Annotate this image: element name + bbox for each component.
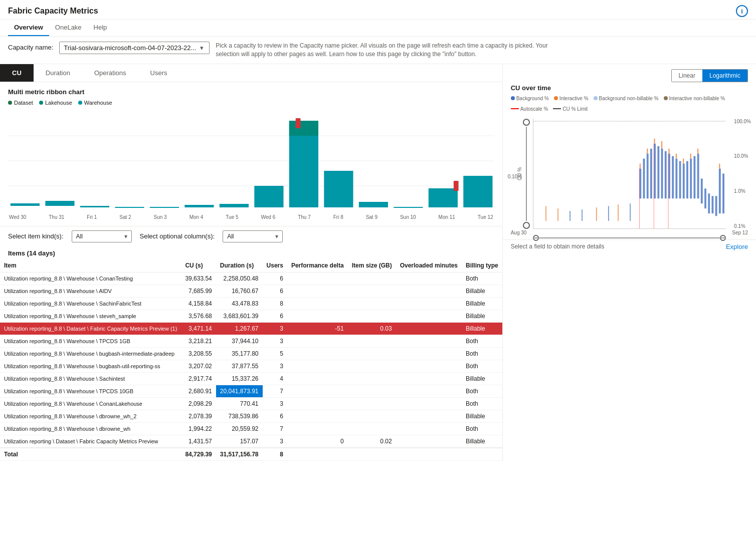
svg-rect-34: [686, 161, 688, 198]
item-size-cell: [348, 397, 396, 410]
svg-rect-53: [697, 148, 698, 153]
table-row[interactable]: Utilization reporting_8.8 \ Warehouse \ …: [0, 422, 502, 435]
svg-rect-50: [676, 153, 677, 158]
svg-rect-14: [359, 202, 388, 207]
item-name-cell: Utilization reporting_8.8 \ Warehouse \ …: [0, 310, 181, 322]
svg-rect-48: [661, 141, 662, 148]
table-row[interactable]: Utilization reporting_8.8 \ Warehouse \ …: [0, 385, 502, 397]
col-billing: Billing type: [462, 259, 502, 273]
svg-rect-49: [668, 148, 669, 153]
legend-autoscale: Autoscale %: [511, 106, 548, 112]
legend-bg-nonbillable: Background non-billable %: [594, 96, 659, 101]
table-row[interactable]: Utilization reporting \ Dataset \ Fabric…: [0, 435, 502, 448]
table-row[interactable]: Utilization reporting_8.8 \ Warehouse \ …: [0, 335, 502, 347]
item-size-cell: [348, 347, 396, 360]
legend-int-nonbillable-dot: [664, 96, 668, 100]
duration-cell: 157.07: [216, 435, 263, 448]
col-item: Item: [0, 259, 181, 273]
cu-chart-title: CU over time: [503, 82, 756, 96]
svg-rect-8: [184, 205, 214, 207]
item-kind-dropdown[interactable]: All ▾: [72, 230, 132, 242]
svg-rect-56: [557, 208, 558, 221]
overloaded-cell: [396, 435, 462, 448]
duration-cell: 37,944.10: [216, 335, 263, 347]
table-row[interactable]: Utilization reporting_8.8 \ Warehouse \ …: [0, 410, 502, 422]
legend-autoscale-line: [511, 108, 519, 109]
table-row[interactable]: Utilization reporting_8.8 \ Warehouse \ …: [0, 285, 502, 297]
svg-rect-46: [647, 148, 648, 153]
capacity-label: Capacity name:: [8, 42, 53, 51]
item-name-cell: Utilization reporting_8.8 \ Warehouse \ …: [0, 422, 181, 435]
item-name-cell: Utilization reporting_8.8 \ Warehouse \ …: [0, 347, 181, 360]
tab-users[interactable]: Users: [138, 64, 179, 82]
users-cell: 3: [263, 435, 287, 448]
item-size-cell: [348, 335, 396, 347]
tab-cu[interactable]: CU: [0, 64, 34, 82]
svg-rect-54: [719, 163, 720, 168]
billing-cell: Both: [462, 385, 502, 397]
capacity-dropdown[interactable]: Trial-sosivara-microsoft-com-04-07-2023-…: [59, 42, 210, 54]
overloaded-cell: [396, 360, 462, 372]
item-name-cell: Utilization reporting_8.8 \ Warehouse \ …: [0, 410, 181, 422]
info-icon[interactable]: i: [736, 5, 748, 17]
logarithmic-toggle-btn[interactable]: Logarithmic: [702, 70, 747, 82]
legend-dataset: Dataset: [8, 100, 33, 106]
tab-operations[interactable]: Operations: [82, 64, 138, 82]
item-size-cell: [348, 360, 396, 372]
tab-help[interactable]: Help: [88, 20, 113, 36]
tab-duration[interactable]: Duration: [34, 64, 82, 82]
table-row[interactable]: Utilization reporting_8.8 \ Warehouse \ …: [0, 310, 502, 322]
tab-onelake[interactable]: OneLake: [49, 20, 88, 36]
top-slider-handle[interactable]: [523, 119, 530, 126]
table-row[interactable]: Utilization reporting_8.8 \ Warehouse \ …: [0, 372, 502, 385]
svg-rect-21: [639, 168, 641, 198]
svg-rect-38: [701, 178, 703, 203]
duration-cell: 1,267.67: [216, 322, 263, 335]
col-cu: CU (s): [181, 259, 216, 273]
ribbon-chart-legend: Dataset Lakehouse Warehouse: [8, 100, 494, 106]
perf-delta-cell: [287, 385, 348, 397]
item-name-cell: Utilization reporting_8.8 \ Warehouse \ …: [0, 285, 181, 297]
cu-cell: 39,633.54: [181, 272, 216, 285]
users-cell: 3: [263, 360, 287, 372]
table-row[interactable]: Utilization reporting_8.8 \ Warehouse \ …: [0, 297, 502, 310]
billing-cell: Both: [462, 272, 502, 285]
svg-rect-43: [719, 168, 721, 213]
col-perf: Performance delta: [287, 259, 348, 273]
item-size-cell: [348, 422, 396, 435]
svg-rect-25: [654, 143, 656, 198]
perf-delta-cell: [287, 335, 348, 347]
cu-chart-area: [533, 119, 726, 229]
perf-delta-cell: [287, 272, 348, 285]
optional-col-dropdown[interactable]: All ▾: [223, 230, 283, 242]
table-row[interactable]: Utilization reporting_8.8 \ Warehouse \ …: [0, 272, 502, 285]
svg-rect-47: [654, 138, 655, 143]
users-cell: 6: [263, 285, 287, 297]
table-container[interactable]: Item CU (s) Duration (s) Users Performan…: [0, 259, 502, 461]
billing-cell: Both: [462, 360, 502, 372]
legend-background: Background %: [511, 96, 549, 101]
item-name-cell: Utilization reporting_8.8 \ Warehouse \ …: [0, 372, 181, 385]
table-row[interactable]: Utilization reporting_8.8 \ Warehouse \ …: [0, 360, 502, 372]
table-row[interactable]: Utilization reporting_8.8 \ Warehouse \ …: [0, 347, 502, 360]
table-row[interactable]: Utilization reporting_8.8 \ Warehouse \ …: [0, 397, 502, 410]
x-axis-labels: Wed 30 Thu 31 Fri 1 Sat 2 Sun 3 Mon 4 Tu…: [8, 214, 494, 220]
overloaded-cell: [396, 335, 462, 347]
overloaded-cell: [396, 410, 462, 422]
svg-rect-17: [463, 176, 492, 207]
svg-rect-36: [693, 156, 695, 198]
svg-rect-60: [608, 206, 609, 221]
tab-overview[interactable]: Overview: [8, 20, 49, 36]
item-name-cell: Utilization reporting_8.8 \ Warehouse \ …: [0, 335, 181, 347]
explore-button[interactable]: Explore: [726, 243, 748, 250]
svg-rect-28: [665, 151, 667, 198]
total-cu: 84,729.39: [181, 448, 216, 461]
bottom-slider-handle[interactable]: [523, 222, 530, 229]
capacity-info-text: Pick a capacity to review in the Capacit…: [216, 42, 566, 59]
table-row[interactable]: Utilization reporting_8.8 \ Dataset \ Fa…: [0, 322, 502, 335]
legend-int-nonbillable: Interactive non-billable %: [664, 96, 725, 101]
linear-toggle-btn[interactable]: Linear: [672, 70, 702, 82]
svg-rect-40: [708, 193, 710, 213]
cu-chart-wrapper: CU % 100.0% 10.0% 1.0% 0.1% 0.10%: [533, 119, 726, 229]
main-content: CU Duration Operations Users Multi metri…: [0, 64, 756, 461]
